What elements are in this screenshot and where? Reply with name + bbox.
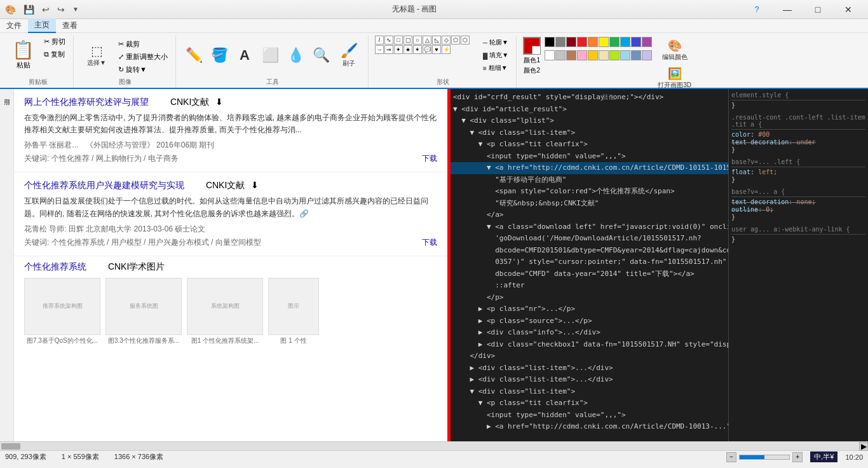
text-btn[interactable]: A	[233, 36, 256, 75]
ime-indicator[interactable]: 中,半¥	[810, 451, 837, 462]
image-item-4[interactable]: 图示 图 1 个性	[268, 278, 319, 345]
h-scroll-thumb[interactable]	[1, 443, 20, 450]
image-item-1[interactable]: 推荐系统架构图 图7.3基于QoS的个性化...	[24, 278, 100, 345]
cut-btn[interactable]: ✂ 剪切	[41, 36, 68, 48]
shape-star4[interactable]: ✦	[394, 45, 403, 54]
magnifier-btn[interactable]: 🔍	[309, 36, 332, 75]
devtools-html-panel[interactable]: <div id="crfd_result" style="display:non…	[451, 89, 728, 441]
select-btn[interactable]: ⬚ 选择▼	[80, 36, 113, 75]
dev-line[interactable]: ▼ <div class="list-item">	[451, 386, 728, 398]
shape-hexagon[interactable]: ⬡	[461, 36, 470, 45]
dev-line[interactable]: <div id="crfd_result" style="display:non…	[451, 92, 728, 104]
crop-btn[interactable]: ✂ 裁剪	[116, 38, 170, 50]
color-swatch[interactable]	[545, 50, 555, 60]
menu-file[interactable]: 文件	[0, 19, 28, 32]
image-title-link[interactable]: 个性化推荐系统	[24, 261, 86, 272]
dev-line[interactable]: ▶ <div class="list-item">...</div>	[451, 362, 728, 375]
image-1[interactable]: 推荐系统架构图	[24, 278, 100, 335]
image-item-2[interactable]: 服务系统图 图3.3个性化推荐服务系...	[105, 278, 182, 345]
dev-line[interactable]: ▶ <div class="list-item">...</div>	[451, 374, 728, 386]
dev-line[interactable]: dbcode=CMFD201501&dbtype=CMFD&year=2014&…	[451, 245, 728, 257]
dev-line[interactable]: ▼ <div id="article_result">	[451, 104, 728, 116]
color-swatch[interactable]	[588, 37, 598, 47]
shape-roundrect[interactable]: ▢	[403, 36, 412, 45]
shape-lightning[interactable]: ⚡	[442, 45, 451, 54]
dev-line[interactable]: ▶ <p class="nr">...</p>	[451, 303, 728, 315]
dev-line[interactable]: ▼ <div class="lplist">	[451, 115, 728, 127]
color-swatch[interactable]	[631, 37, 641, 47]
devtools-panel[interactable]: <div id="crfd_result" style="display:non…	[451, 89, 868, 441]
dev-line[interactable]: </p>	[451, 292, 728, 304]
dev-line[interactable]: <span style="color:red">个性化推荐系统</span>	[451, 186, 728, 198]
color-swatch[interactable]	[642, 50, 652, 60]
rotate-btn[interactable]: ↻ 旋转▼	[116, 64, 170, 76]
dev-line[interactable]: 'goDownload('/Home/DownloadArticle/10155…	[451, 233, 728, 245]
shape-diamond[interactable]: ◇	[442, 36, 451, 45]
color-swatch[interactable]	[609, 50, 620, 60]
dev-line[interactable]: <input type="hidden" value=",,,">	[451, 151, 728, 163]
zoom-out-btn[interactable]: −	[726, 452, 736, 462]
shape-ellipse[interactable]: ○	[413, 36, 422, 45]
shape-line[interactable]: /	[375, 36, 384, 45]
result-link-2[interactable]: 个性化推荐系统用户兴趣建模研究与实现	[24, 180, 184, 190]
picker-btn[interactable]: 💧	[284, 36, 307, 75]
download-link-1[interactable]: 下载	[422, 153, 437, 164]
color-swatch[interactable]	[577, 50, 587, 60]
paste-btn[interactable]: 📋 粘贴	[8, 36, 39, 74]
open3d-btn[interactable]: 🖼️ 打开画图3D	[656, 65, 693, 92]
dev-line[interactable]: ▼ <p class="tit clearfix">	[451, 139, 728, 151]
eraser-btn[interactable]: ⬜	[259, 36, 281, 75]
color-swatch[interactable]	[555, 37, 566, 47]
dev-line[interactable]: ▶ <div class="checkbox1" data-fn="101550…	[451, 339, 728, 351]
shape-rttriangle[interactable]: ◺	[432, 36, 441, 45]
shape-curve[interactable]: ∿	[384, 36, 393, 45]
undo-btn[interactable]: ↩	[39, 3, 52, 16]
h-scroll-right[interactable]: ▶	[859, 442, 868, 451]
dev-line[interactable]: "研究&nbsp;&nbsp;CNKI文献"	[451, 198, 728, 210]
color1-preview[interactable]	[523, 37, 541, 55]
help-btn[interactable]: ?	[742, 0, 771, 19]
edit-colors-btn[interactable]: 🎨 编辑颜色	[656, 37, 693, 64]
color-swatch[interactable]	[620, 50, 630, 60]
dev-line[interactable]: </div>	[451, 350, 728, 362]
dev-line[interactable]: ▼ <a class="download left" href="javascr…	[451, 221, 728, 233]
zoom-in-btn[interactable]: +	[792, 452, 803, 462]
shape-arrow2[interactable]: ⇒	[384, 45, 393, 54]
dev-line[interactable]: ::after	[451, 280, 728, 292]
menu-home[interactable]: 主页	[28, 18, 56, 33]
dev-line[interactable]: "基于移动平台的电商"	[451, 174, 728, 186]
pencil-btn[interactable]: ✏️	[182, 36, 205, 75]
fill-shape-btn[interactable]: ▓ 填充▼	[480, 50, 511, 61]
dev-line[interactable]: </a>	[451, 209, 728, 221]
color-swatch[interactable]	[588, 50, 598, 60]
resize-btn[interactable]: ⤢ 重新调整大小	[116, 51, 170, 63]
outline-btn[interactable]: ─ 轮廓▼	[480, 37, 511, 48]
minimize-btn[interactable]: —	[773, 0, 802, 19]
result-link-1[interactable]: 网上个性化推荐研究述评与展望	[24, 97, 149, 107]
maximize-btn[interactable]: □	[803, 0, 832, 19]
download-icon-2[interactable]: ⬇	[251, 180, 259, 190]
dropdown-btn[interactable]: ▼	[70, 4, 81, 14]
color-swatch[interactable]	[631, 50, 641, 60]
color-swatch[interactable]	[642, 37, 652, 47]
shape-star5[interactable]: ★	[403, 45, 412, 54]
color-swatch[interactable]	[620, 37, 630, 47]
color-swatch[interactable]	[566, 37, 576, 47]
color-swatch[interactable]	[599, 50, 609, 60]
image-3[interactable]: 系统架构图	[187, 278, 263, 335]
dev-line[interactable]: ▶ <a href="http://cdmd.cnki.com.cn/Artic…	[451, 421, 728, 433]
thick-btn[interactable]: ≡ 粗细▼	[480, 62, 511, 74]
shape-heart[interactable]: ♥	[432, 45, 441, 54]
dev-line[interactable]: 0357')" style="cursor:pointer;" data-fn=…	[451, 256, 728, 268]
dev-line[interactable]: ▶ <div class="info">...</div>	[451, 327, 728, 339]
brush-btn[interactable]: 🖌️ 刷子	[335, 36, 363, 75]
fill-btn[interactable]: 🪣	[208, 36, 231, 75]
shape-callout[interactable]: 💬	[423, 45, 431, 54]
color-swatch[interactable]	[545, 37, 555, 47]
image-item-3[interactable]: 系统架构图 图1 个性化推荐系统架...	[187, 278, 263, 345]
dev-line[interactable]: ▼ <p class="tit clearfix">	[451, 397, 728, 410]
dev-line[interactable]: dbcode="CMFD" data-year="2014" title="下载…	[451, 268, 728, 280]
quick-save-btn[interactable]: 💾	[21, 3, 37, 16]
color-swatch[interactable]	[555, 50, 566, 60]
left-panel[interactable]: 网上个性化推荐研究述评与展望 CNKI文献 ⬇ 在竞争激烈的网上零售活动中, 为…	[14, 89, 449, 441]
